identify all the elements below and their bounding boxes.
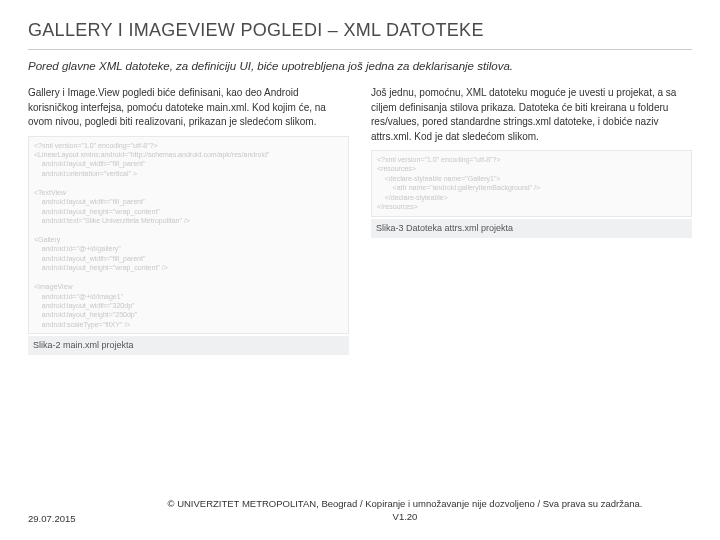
content-columns: Gallery i Image.View pogledi biće defini… — [28, 86, 692, 355]
left-code-snippet: <?xml version="1.0" encoding="utf-8"?> <… — [28, 136, 349, 335]
left-caption: Slika-2 main.xml projekta — [28, 336, 349, 355]
subtitle: Pored glavne XML datoteke, za definiciju… — [28, 60, 692, 72]
right-column: Još jednu, pomoćnu, XML datoteku moguće … — [371, 86, 692, 355]
right-caption: Slika-3 Datoteka attrs.xml projekta — [371, 219, 692, 238]
page-title: GALLERY I IMAGEVIEW POGLEDI – XML DATOTE… — [28, 20, 692, 41]
divider — [28, 49, 692, 50]
left-paragraph: Gallery i Image.View pogledi biće defini… — [28, 86, 349, 130]
footer-date: 29.07.2015 — [28, 513, 118, 524]
left-column: Gallery i Image.View pogledi biće defini… — [28, 86, 349, 355]
right-paragraph: Još jednu, pomoćnu, XML datoteku moguće … — [371, 86, 692, 144]
footer: 29.07.2015 © UNIVERZITET METROPOLITAN, B… — [28, 498, 692, 524]
footer-copyright: © UNIVERZITET METROPOLITAN, Beograd / Ko… — [118, 498, 692, 524]
right-code-snippet: <?xml version="1.0" encoding="utf-8"?> <… — [371, 150, 692, 217]
